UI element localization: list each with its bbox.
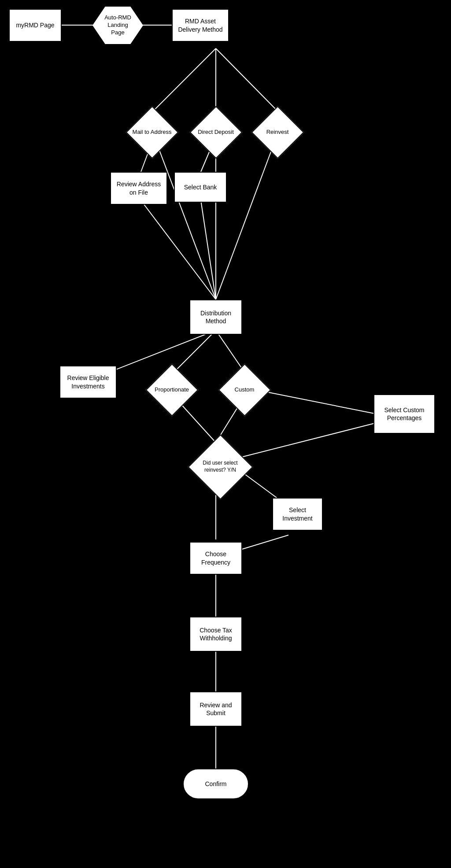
reinvest-node: Reinvest xyxy=(251,106,304,159)
direct-deposit-node: Direct Deposit xyxy=(189,106,242,159)
select-investment-node: Select Investment xyxy=(272,498,323,531)
review-submit-node: Review and Submit xyxy=(189,691,242,727)
confirm-node: Confirm xyxy=(183,768,249,799)
review-eligible-label: Review Eligible Investments xyxy=(60,372,116,392)
custom-node: Custom xyxy=(218,363,271,416)
auto-rmd-landing-node: Auto-RMD Landing Page xyxy=(92,7,143,44)
select-bank-label: Select Bank xyxy=(184,183,217,191)
rmd-asset-delivery-node: RMD Asset Delivery Method xyxy=(172,9,229,42)
did-user-select-node: Did user select reinvest? Y/N xyxy=(189,436,251,498)
svg-line-9 xyxy=(216,137,277,299)
review-eligible-node: Review Eligible Investments xyxy=(59,366,117,399)
mail-to-address-node: Mail to Address xyxy=(126,106,178,159)
rmd-asset-label: RMD Asset Delivery Method xyxy=(173,15,228,35)
auto-rmd-hexagon: Auto-RMD Landing Page xyxy=(92,7,143,44)
review-submit-label: Review and Submit xyxy=(190,699,241,719)
select-custom-pct-label: Select Custom Percentages xyxy=(374,404,434,424)
myrmd-page-label: myRMD Page xyxy=(16,21,54,29)
choose-tax-label: Choose Tax Withholding xyxy=(190,624,241,644)
svg-line-15 xyxy=(266,392,377,414)
svg-line-21 xyxy=(238,535,288,550)
choose-tax-node: Choose Tax Withholding xyxy=(189,617,242,652)
confirm-label: Confirm xyxy=(205,780,226,788)
svg-line-10 xyxy=(141,200,216,299)
auto-rmd-label: Auto-RMD Landing Page xyxy=(92,14,143,37)
myrmd-page-node: myRMD Page xyxy=(9,9,62,42)
choose-frequency-node: Choose Frequency xyxy=(189,542,242,575)
distribution-method-node: Distribution Method xyxy=(189,299,242,335)
choose-frequency-label: Choose Frequency xyxy=(190,548,241,568)
select-investment-label: Select Investment xyxy=(273,504,322,524)
distribution-method-label: Distribution Method xyxy=(190,307,241,327)
svg-line-7 xyxy=(154,137,216,299)
select-custom-pct-node: Select Custom Percentages xyxy=(373,394,435,434)
svg-line-4 xyxy=(216,48,277,110)
svg-line-2 xyxy=(154,48,216,110)
review-address-label: Review Address on File xyxy=(111,178,166,198)
review-address-node: Review Address on File xyxy=(110,172,167,205)
select-bank-node: Select Bank xyxy=(174,172,227,203)
proportionate-node: Proportionate xyxy=(145,363,198,416)
svg-line-18 xyxy=(238,423,377,458)
svg-line-11 xyxy=(201,200,216,299)
